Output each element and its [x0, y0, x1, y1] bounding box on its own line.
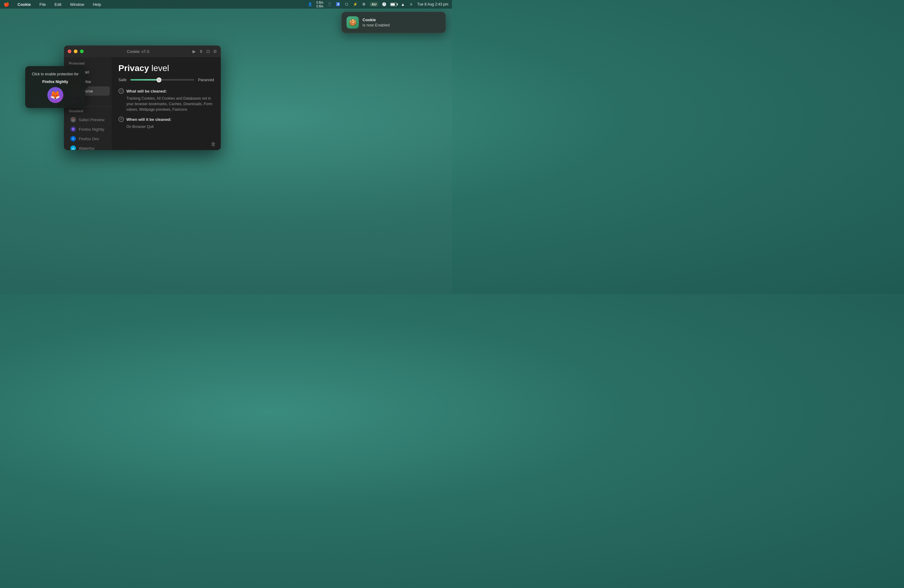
sidebar-item-safari-preview[interactable]: Safari Preview: [66, 115, 110, 124]
menubar-right: 👤 0 B/s0 B/s 🎵 ♿ ⬡ ⚡ ⚙ AU 🕐 ▲ ≡ Tue 8 Au…: [308, 1, 448, 8]
what-cleaned-icon: ⓘ: [119, 88, 124, 94]
bluetooth-icon[interactable]: ⬡: [344, 2, 349, 7]
audio-icon[interactable]: 🎵: [327, 2, 332, 7]
close-button[interactable]: [68, 49, 71, 53]
menubar: 🍎 Cookie File Edit Window Help 👤 0 B/s0 …: [0, 0, 452, 9]
notification: 🍪 Cookie is now Enabled: [341, 12, 446, 33]
titlebar: Cookie: v7.0 ▶ ⏸ ⊡ ⚙: [64, 46, 221, 57]
disabled-section-label: Disabled: [64, 108, 112, 115]
maximize-button[interactable]: [80, 49, 84, 53]
tooltip-text-line2: Firefox Nightly: [42, 79, 68, 85]
titlebar-controls: ▶ ⏸ ⊡ ⚙: [193, 49, 217, 54]
settings-icon[interactable]: ⚙: [361, 2, 366, 7]
battery-icon[interactable]: [390, 3, 397, 6]
when-cleaned-header: ⏱ When will it be cleaned:: [119, 117, 214, 122]
when-cleaned-title: When will it be cleaned:: [126, 117, 172, 122]
play-button[interactable]: ▶: [193, 49, 196, 54]
notification-title: Cookie: [362, 17, 390, 22]
au-badge[interactable]: AU: [370, 2, 378, 6]
when-cleaned-icon: ⏱: [119, 117, 124, 122]
clock: Tue 8 Aug 2:43 pm: [417, 2, 448, 6]
pause-button[interactable]: ⏸: [199, 49, 203, 54]
privacy-light: level: [149, 63, 169, 73]
accessibility-icon[interactable]: ♿: [335, 2, 340, 7]
tooltip-text-line1: Click to enable protection for: [32, 72, 78, 77]
safari-preview-label: Safari Preview: [79, 117, 104, 122]
waterfox-label: Waterfox: [79, 146, 95, 150]
menu-help[interactable]: Help: [91, 2, 103, 7]
trash-button[interactable]: 🗑: [211, 141, 216, 147]
wifi-icon[interactable]: ▲: [401, 2, 405, 7]
fullscreen-button[interactable]: ⊡: [206, 49, 210, 54]
sidebar-item-firefox-nightly[interactable]: Firefox Nightly: [66, 125, 110, 134]
sidebar-item-waterfox[interactable]: Waterfox: [66, 144, 110, 150]
window-title: Cookie: v7.0: [86, 49, 190, 54]
what-cleaned-icon-inner: ⓘ: [120, 89, 123, 93]
time-machine-icon[interactable]: 🕐: [382, 2, 387, 7]
what-cleaned-title: What will be cleaned:: [126, 89, 167, 93]
menu-window[interactable]: Window: [68, 2, 86, 7]
tooltip-arrow: [85, 85, 88, 90]
menu-edit[interactable]: Edit: [52, 2, 63, 7]
what-cleaned-section: ⓘ What will be cleaned: Tracking Cookies…: [119, 88, 214, 112]
cookie-app-window: Cookie: v7.0 ▶ ⏸ ⊡ ⚙ Protected Safari: [64, 46, 221, 150]
network-speed: 0 B/s0 B/s: [316, 1, 324, 8]
notification-app-icon: 🍪: [346, 16, 359, 28]
sidebar-item-firefox-dev[interactable]: Firefox Dev: [66, 134, 110, 143]
firefox-nightly-label: Firefox Nightly: [79, 127, 104, 132]
window-bottom-controls: 🗑: [211, 141, 216, 147]
privacy-title: Privacy level: [119, 63, 214, 73]
menu-file[interactable]: File: [38, 2, 47, 7]
when-cleaned-icon-inner: ⏱: [120, 118, 123, 121]
firefox-nightly-tooltip-icon: 🦊: [47, 87, 63, 103]
privacy-slider-container: Safe Paranoid: [119, 77, 214, 82]
slider-paranoid-label: Paranoid: [198, 77, 214, 82]
svg-point-17: [70, 145, 76, 150]
window-content: Protected Safari Firefox Chrome: [64, 57, 221, 150]
what-cleaned-header: ⓘ What will be cleaned:: [119, 88, 214, 94]
slider-fill: [130, 79, 159, 81]
menubar-left: 🍎 Cookie File Edit Window Help: [4, 2, 103, 7]
minimize-button[interactable]: [74, 49, 77, 53]
slider-safe-label: Safe: [119, 77, 127, 82]
control-center-icon[interactable]: ≡: [409, 2, 414, 7]
safari-preview-icon: [70, 117, 76, 123]
privacy-bold: Privacy: [119, 63, 149, 73]
main-panel: Privacy level Safe Paranoid ⓘ What will …: [112, 57, 221, 150]
apple-menu-icon[interactable]: 🍎: [4, 2, 9, 7]
notification-body: is now Enabled: [362, 23, 390, 27]
waterfox-icon: [70, 145, 76, 150]
notification-content: Cookie is now Enabled: [362, 17, 390, 27]
when-cleaned-section: ⏱ When will it be cleaned: On Browser Qu…: [119, 117, 214, 130]
user-icon[interactable]: 👤: [308, 2, 313, 7]
what-cleaned-body: Tracking Cookies, All Cookies and Databa…: [119, 96, 214, 112]
privacy-slider-track[interactable]: [130, 79, 194, 81]
tooltip-popup[interactable]: Click to enable protection for Firefox N…: [25, 66, 85, 108]
flash-icon[interactable]: ⚡: [353, 2, 357, 7]
when-cleaned-body: On Browser Quit: [119, 124, 214, 130]
firefox-dev-label: Firefox Dev: [79, 136, 99, 141]
firefox-nightly-icon: [70, 126, 76, 132]
firefox-dev-icon: [70, 136, 76, 142]
menu-app-name[interactable]: Cookie: [16, 2, 33, 7]
gear-button[interactable]: ⚙: [213, 49, 217, 54]
slider-thumb[interactable]: [156, 77, 161, 82]
